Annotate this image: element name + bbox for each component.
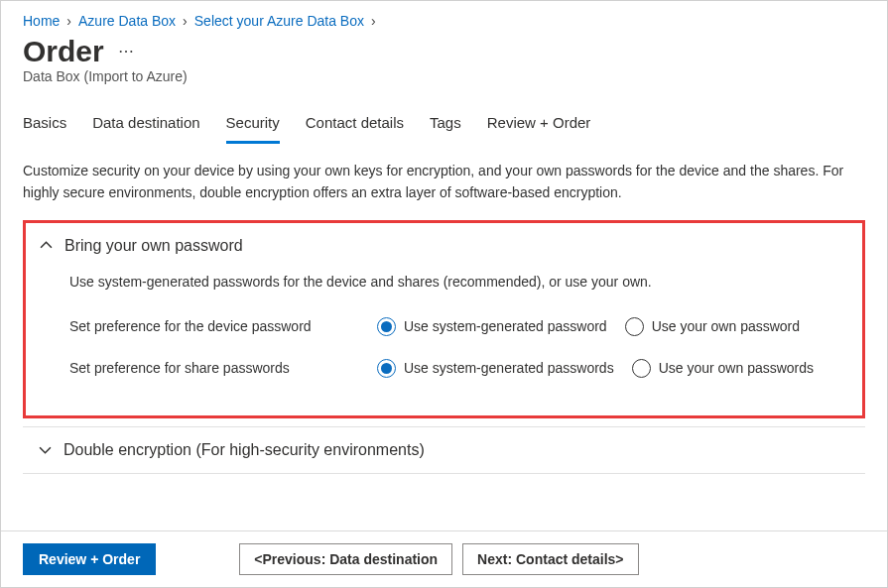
review-order-button[interactable]: Review + Order — [23, 543, 156, 575]
radio-icon — [632, 359, 651, 378]
tab-contact-details[interactable]: Contact details — [306, 112, 404, 144]
device-password-row: Set preference for the device password U… — [69, 306, 848, 348]
radio-label: Use system-generated passwords — [404, 357, 614, 381]
tab-review-order[interactable]: Review + Order — [487, 112, 591, 144]
device-password-label: Set preference for the device password — [69, 315, 377, 339]
footer-bar: Review + Order <Previous: Data destinati… — [1, 530, 887, 587]
device-password-own-option[interactable]: Use your own password — [625, 315, 800, 339]
next-button[interactable]: Next: Contact details> — [462, 543, 638, 575]
chevron-right-icon: › — [183, 13, 188, 29]
share-passwords-own-option[interactable]: Use your own passwords — [632, 357, 814, 381]
tab-tags[interactable]: Tags — [430, 112, 461, 144]
chevron-down-icon — [39, 443, 52, 456]
share-passwords-system-option[interactable]: Use system-generated passwords — [377, 357, 614, 381]
page-root: Home › Azure Data Box › Select your Azur… — [0, 0, 888, 588]
highlight-box: Bring your own password Use system-gener… — [23, 220, 865, 418]
tab-bar: Basics Data destination Security Contact… — [23, 112, 865, 144]
radio-label: Use your own password — [652, 315, 800, 339]
bring-your-own-password-header[interactable]: Bring your own password — [40, 233, 848, 265]
share-passwords-radio-group: Use system-generated passwords Use your … — [377, 357, 814, 381]
nav-button-group: <Previous: Data destination Next: Contac… — [239, 543, 638, 575]
accordion-description: Use system-generated passwords for the d… — [69, 271, 848, 294]
chevron-up-icon — [40, 239, 53, 252]
breadcrumb: Home › Azure Data Box › Select your Azur… — [23, 11, 865, 29]
tab-security[interactable]: Security — [226, 112, 280, 144]
title-row: Order ⋯ — [23, 35, 865, 68]
previous-button[interactable]: <Previous: Data destination — [239, 543, 452, 575]
double-encryption-title: Double encryption (For high-security env… — [63, 441, 425, 459]
radio-icon — [625, 317, 644, 336]
accordion-body: Use system-generated passwords for the d… — [40, 271, 848, 390]
share-passwords-row: Set preference for share passwords Use s… — [69, 348, 848, 390]
accordion-title: Bring your own password — [64, 237, 243, 255]
radio-label: Use system-generated password — [404, 315, 607, 339]
breadcrumb-link-home[interactable]: Home — [23, 13, 60, 29]
intro-text: Customize security on your device by usi… — [23, 160, 865, 204]
chevron-right-icon: › — [66, 13, 71, 29]
radio-icon — [377, 359, 396, 378]
breadcrumb-link-select[interactable]: Select your Azure Data Box — [194, 13, 364, 29]
chevron-right-icon: › — [371, 13, 376, 29]
device-password-system-option[interactable]: Use system-generated password — [377, 315, 607, 339]
breadcrumb-link-azure-data-box[interactable]: Azure Data Box — [78, 13, 176, 29]
share-passwords-label: Set preference for share passwords — [69, 357, 377, 381]
page-subtitle: Data Box (Import to Azure) — [23, 68, 865, 84]
page-title: Order — [23, 35, 104, 68]
content-area: Home › Azure Data Box › Select your Azur… — [1, 1, 887, 474]
device-password-radio-group: Use system-generated password Use your o… — [377, 315, 800, 339]
double-encryption-header[interactable]: Double encryption (For high-security env… — [23, 426, 865, 474]
tab-data-destination[interactable]: Data destination — [92, 112, 199, 144]
tab-basics[interactable]: Basics — [23, 112, 66, 144]
radio-label: Use your own passwords — [659, 357, 814, 381]
radio-icon — [377, 317, 396, 336]
more-icon[interactable]: ⋯ — [118, 42, 135, 62]
